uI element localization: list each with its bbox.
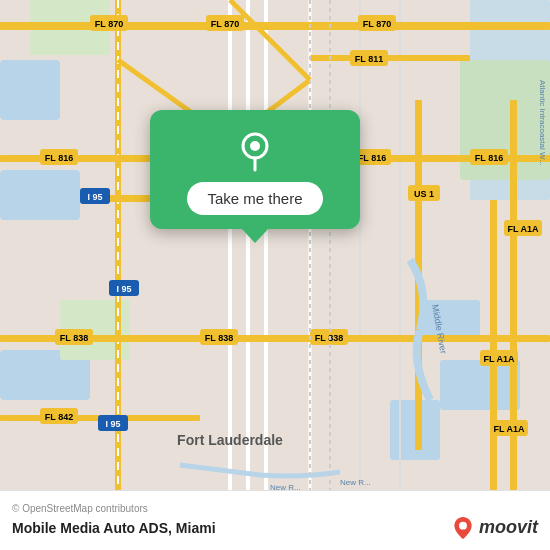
svg-text:US 1: US 1 bbox=[414, 189, 434, 199]
moovit-logo: moovit bbox=[452, 517, 538, 539]
svg-text:New R...: New R... bbox=[340, 478, 371, 487]
svg-text:FL A1A: FL A1A bbox=[493, 424, 525, 434]
take-me-there-button[interactable]: Take me there bbox=[187, 182, 322, 215]
map-attribution: © OpenStreetMap contributors bbox=[12, 503, 538, 514]
svg-point-77 bbox=[459, 521, 467, 529]
svg-text:FL A1A: FL A1A bbox=[507, 224, 539, 234]
svg-text:FL 816: FL 816 bbox=[475, 153, 503, 163]
svg-text:I 95: I 95 bbox=[87, 192, 102, 202]
svg-text:Fort Lauderdale: Fort Lauderdale bbox=[177, 432, 283, 448]
svg-text:FL 870: FL 870 bbox=[211, 19, 239, 29]
svg-rect-2 bbox=[0, 170, 80, 220]
location-name: Mobile Media Auto ADS, Miami bbox=[12, 520, 216, 536]
svg-text:New R...: New R... bbox=[270, 483, 301, 490]
svg-text:Atlantic Intracoastal W...: Atlantic Intracoastal W... bbox=[538, 80, 547, 166]
svg-text:FL 842: FL 842 bbox=[45, 412, 73, 422]
svg-text:I 95: I 95 bbox=[105, 419, 120, 429]
moovit-brand-label: moovit bbox=[479, 517, 538, 538]
svg-rect-6 bbox=[440, 360, 520, 410]
svg-text:FL 870: FL 870 bbox=[95, 19, 123, 29]
svg-text:FL 870: FL 870 bbox=[363, 19, 391, 29]
map-view: FL 870 FL 870 FL 870 FL 816 FL 816 FL 81… bbox=[0, 0, 550, 490]
svg-text:FL 811: FL 811 bbox=[355, 54, 383, 64]
svg-text:FL 838: FL 838 bbox=[205, 333, 233, 343]
location-info-row: Mobile Media Auto ADS, Miami moovit bbox=[12, 517, 538, 539]
moovit-pin-icon bbox=[452, 517, 474, 539]
svg-point-75 bbox=[250, 141, 260, 151]
svg-text:I 95: I 95 bbox=[116, 284, 131, 294]
svg-rect-5 bbox=[420, 300, 480, 340]
svg-rect-1 bbox=[0, 60, 60, 120]
svg-text:FL A1A: FL A1A bbox=[483, 354, 515, 364]
svg-rect-22 bbox=[0, 22, 550, 30]
location-pin-icon bbox=[233, 128, 277, 172]
svg-rect-28 bbox=[310, 55, 470, 61]
svg-rect-30 bbox=[490, 200, 497, 490]
svg-text:FL 816: FL 816 bbox=[358, 153, 386, 163]
svg-text:FL 816: FL 816 bbox=[45, 153, 73, 163]
location-popup: Take me there bbox=[150, 110, 360, 229]
bottom-bar: © OpenStreetMap contributors Mobile Medi… bbox=[0, 490, 550, 550]
svg-text:FL 838: FL 838 bbox=[60, 333, 88, 343]
